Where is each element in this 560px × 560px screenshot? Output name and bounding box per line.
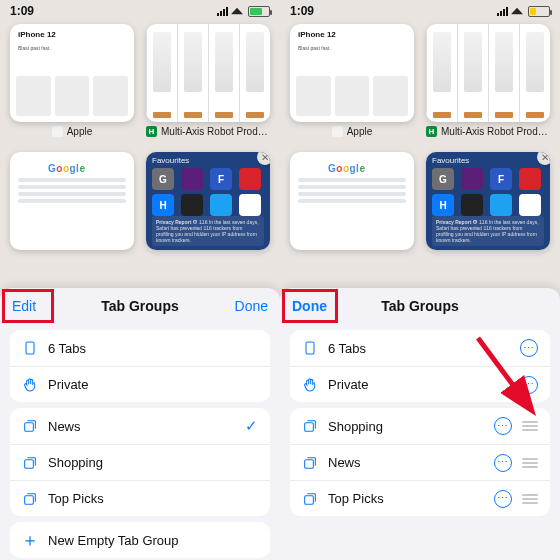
close-icon[interactable]: ✕ bbox=[257, 152, 270, 165]
tabs-icon bbox=[20, 340, 40, 356]
row-top-picks[interactable]: Top Picks ⋯ bbox=[290, 480, 550, 516]
privacy-report: Privacy Report ⛨ 116 In the last seven d… bbox=[152, 216, 264, 246]
more-icon[interactable]: ⋯ bbox=[494, 417, 512, 435]
svg-rect-5 bbox=[305, 423, 314, 432]
status-time: 1:09 bbox=[10, 4, 34, 18]
tab-caption: Multi-Axis Robot Product… bbox=[161, 126, 270, 137]
svg-rect-7 bbox=[305, 495, 314, 504]
hand-icon bbox=[20, 377, 40, 393]
favourites-icons: GF H bbox=[152, 168, 264, 216]
tab-card-google[interactable]: Google bbox=[8, 152, 136, 272]
tab-caption: Multi-Axis Robot Product… bbox=[441, 126, 550, 137]
drag-handle-icon[interactable] bbox=[522, 494, 538, 504]
row-private[interactable]: Private bbox=[10, 366, 270, 402]
svg-rect-4 bbox=[306, 342, 314, 354]
svg-rect-6 bbox=[305, 459, 314, 468]
google-logo: Google bbox=[328, 163, 365, 174]
done-button[interactable]: Done bbox=[227, 288, 276, 324]
row-tabs[interactable]: 6 Tabs ⋯ bbox=[290, 330, 550, 366]
edit-button[interactable]: Edit bbox=[4, 288, 44, 324]
more-icon[interactable]: ⋯ bbox=[520, 376, 538, 394]
more-icon[interactable]: ⋯ bbox=[494, 454, 512, 472]
apple-title: iPhone 12 bbox=[290, 24, 414, 45]
custom-groups-edit: Shopping ⋯ News ⋯ Top Picks ⋯ bbox=[290, 408, 550, 516]
drag-handle-icon[interactable] bbox=[522, 458, 538, 468]
wifi-icon bbox=[511, 8, 523, 14]
row-top-picks[interactable]: Top Picks bbox=[10, 480, 270, 516]
tab-overview-grid: iPhone 12 Blast past fast. Apple H Multi… bbox=[0, 22, 280, 288]
privacy-report: Privacy Report ⛨ 116 In the last seven d… bbox=[432, 216, 544, 246]
row-shopping[interactable]: Shopping ⋯ bbox=[290, 408, 550, 444]
tabgroup-icon bbox=[20, 418, 40, 434]
favourites-title: Favourites bbox=[152, 156, 264, 165]
row-private[interactable]: Private ⋯ bbox=[290, 366, 550, 402]
sheet-title: Tab Groups bbox=[381, 298, 459, 314]
plus-icon: ＋ bbox=[20, 528, 40, 552]
status-bar: 1:09 bbox=[280, 0, 560, 22]
svg-rect-1 bbox=[25, 423, 34, 432]
close-icon[interactable]: ✕ bbox=[537, 152, 550, 165]
row-new-empty[interactable]: ＋ New Empty Tab Group bbox=[10, 522, 270, 558]
tab-card-robot[interactable]: H Multi-Axis Robot Product… bbox=[144, 24, 272, 144]
svg-rect-0 bbox=[26, 342, 34, 354]
row-label: Shopping bbox=[48, 455, 258, 470]
status-bar: 1:09 bbox=[0, 0, 280, 22]
tabgroup-icon bbox=[300, 455, 320, 471]
row-label: Private bbox=[328, 377, 520, 392]
svg-rect-2 bbox=[25, 459, 34, 468]
status-time: 1:09 bbox=[290, 4, 314, 18]
done-button[interactable]: Done bbox=[284, 288, 335, 324]
tab-card-apple[interactable]: iPhone 12 Blast past fast. Apple bbox=[288, 24, 416, 144]
sheet-title: Tab Groups bbox=[101, 298, 179, 314]
row-label: News bbox=[48, 419, 245, 434]
wifi-icon bbox=[231, 8, 243, 14]
row-label: Shopping bbox=[328, 419, 494, 434]
row-news[interactable]: News ✓ bbox=[10, 408, 270, 444]
cellular-icon bbox=[217, 7, 228, 16]
tabs-icon bbox=[300, 340, 320, 356]
row-shopping[interactable]: Shopping bbox=[10, 444, 270, 480]
row-news[interactable]: News ⋯ bbox=[290, 444, 550, 480]
tab-card-start[interactable]: Favourites GF H Privacy Report ⛨ 116 In … bbox=[144, 152, 272, 272]
tabgroup-icon bbox=[300, 491, 320, 507]
row-label: Top Picks bbox=[48, 491, 258, 506]
screenshot-right: 1:09 iPhone 12 Blast past fast. Apple H … bbox=[280, 0, 560, 560]
default-group: 6 Tabs Private bbox=[10, 330, 270, 402]
drag-handle-icon[interactable] bbox=[522, 421, 538, 431]
more-icon[interactable]: ⋯ bbox=[520, 339, 538, 357]
favourites-icons: GF H bbox=[432, 168, 544, 216]
row-label: New Empty Tab Group bbox=[48, 533, 258, 548]
default-group: 6 Tabs ⋯ Private ⋯ bbox=[290, 330, 550, 402]
tab-groups-sheet: Done Tab Groups 6 Tabs ⋯ Private ⋯ Shopp… bbox=[280, 288, 560, 560]
row-label: News bbox=[328, 455, 494, 470]
battery-icon bbox=[528, 6, 550, 17]
more-icon[interactable]: ⋯ bbox=[494, 490, 512, 508]
row-label: 6 Tabs bbox=[48, 341, 258, 356]
favicon-icon: H bbox=[426, 126, 437, 137]
battery-icon bbox=[248, 6, 270, 17]
row-label: 6 Tabs bbox=[328, 341, 520, 356]
apple-subtitle: Blast past fast. bbox=[10, 45, 134, 51]
custom-groups: News ✓ Shopping Top Picks bbox=[10, 408, 270, 516]
apple-title: iPhone 12 bbox=[10, 24, 134, 45]
tabgroup-icon bbox=[20, 455, 40, 471]
tab-caption: Apple bbox=[347, 126, 373, 137]
row-label: Private bbox=[48, 377, 258, 392]
hand-icon bbox=[300, 377, 320, 393]
tabgroup-icon bbox=[20, 491, 40, 507]
tab-groups-sheet: Edit Tab Groups Done 6 Tabs Private News… bbox=[0, 288, 280, 560]
row-label: Top Picks bbox=[328, 491, 494, 506]
favourites-title: Favourites bbox=[432, 156, 544, 165]
tab-overview-grid: iPhone 12 Blast past fast. Apple H Multi… bbox=[280, 22, 560, 288]
new-group: ＋ New Empty Tab Group bbox=[10, 522, 270, 558]
row-tabs[interactable]: 6 Tabs bbox=[10, 330, 270, 366]
tab-card-robot[interactable]: H Multi-Axis Robot Product… bbox=[424, 24, 552, 144]
tab-card-google[interactable]: Google bbox=[288, 152, 416, 272]
tab-caption: Apple bbox=[67, 126, 93, 137]
checkmark-icon: ✓ bbox=[245, 417, 258, 435]
google-logo: Google bbox=[48, 163, 85, 174]
tab-card-apple[interactable]: iPhone 12 Blast past fast. Apple bbox=[8, 24, 136, 144]
favicon-icon: H bbox=[146, 126, 157, 137]
cellular-icon bbox=[497, 7, 508, 16]
tab-card-start[interactable]: Favourites GF H Privacy Report ⛨ 116 In … bbox=[424, 152, 552, 272]
